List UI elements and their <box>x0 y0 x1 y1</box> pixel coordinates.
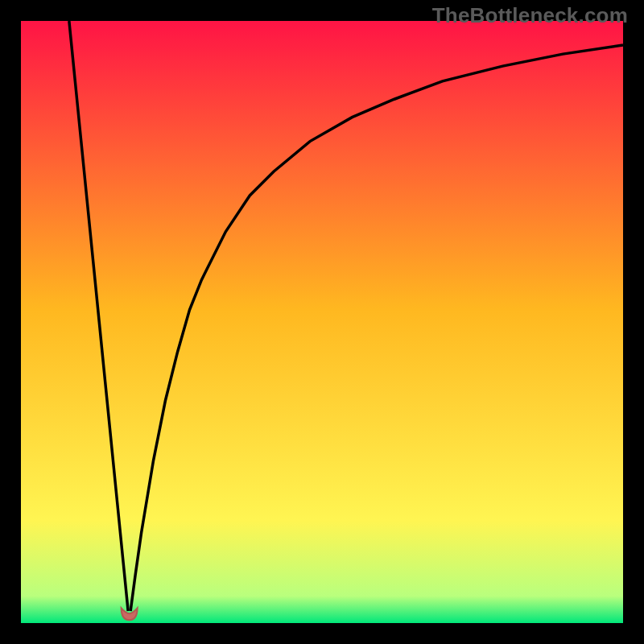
gradient-background <box>21 21 623 623</box>
plot-area <box>21 21 623 623</box>
bottleneck-chart <box>21 21 623 623</box>
watermark-label: TheBottleneck.com <box>432 3 628 28</box>
chart-frame: TheBottleneck.com <box>0 0 644 644</box>
